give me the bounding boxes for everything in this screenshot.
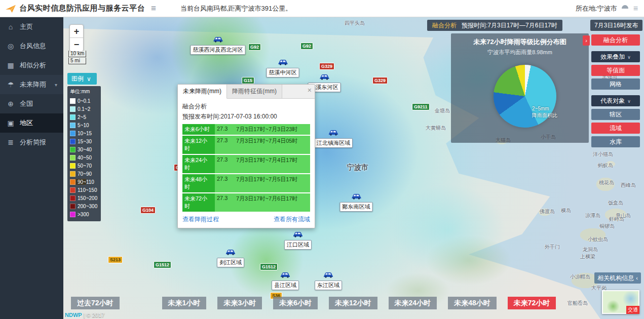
basin-marker[interactable]: 江北镇海区域	[314, 129, 353, 148]
island-label: 铜锣岛	[599, 223, 615, 230]
legend-swatch	[70, 98, 75, 104]
car-icon	[280, 271, 290, 280]
view-all-basins-link[interactable]: 查看所有流域	[274, 215, 310, 224]
legend-unit: 单位:mm	[70, 88, 98, 95]
road-badge: G92	[248, 44, 261, 51]
time-range-bar: 过去72小时未来1小时未来3小时未来6小时未来12小时未来24小时未来48小时未…	[71, 297, 556, 309]
island-label: 上横梁	[580, 253, 595, 260]
sidebar-item-national[interactable]: ⊕全国	[0, 94, 63, 113]
legend-item: 110~150	[70, 186, 98, 194]
time-button-未来3小时[interactable]: 未来3小时	[217, 297, 262, 309]
traffic-layer-tag[interactable]: 交通	[626, 306, 639, 314]
home-icon: ⌂	[6, 23, 15, 31]
legend-item: 200~300	[70, 202, 98, 210]
car-icon	[328, 129, 338, 138]
island-label: 四平头岛	[345, 20, 365, 27]
basin-marker[interactable]: 慈溪中河区	[267, 58, 299, 77]
basin-marker[interactable]: 县江区域	[272, 271, 299, 290]
chevron-left-icon: ‹	[636, 275, 638, 281]
layer-button-流域[interactable]: 流域	[591, 123, 640, 134]
map-canvas[interactable]: + − 10 km 5 mi 图例∨ 单位:mm 0~0.10.1~22~55~…	[63, 17, 644, 319]
sidebar-item-future-rain[interactable]: ☂未来降雨▾	[0, 75, 63, 94]
legend-item: 50~70	[70, 162, 98, 170]
row-period: 未来24小时	[182, 155, 215, 173]
time-button-过去72小时[interactable]: 过去72小时	[71, 297, 120, 309]
basin-marker-label: 鄞东南区域	[340, 202, 373, 212]
typhoon-info-icon: ◎	[6, 42, 15, 50]
user-icon[interactable]	[621, 5, 629, 13]
row-value: 27.3	[215, 155, 234, 173]
scale-km: 10 km	[68, 51, 86, 57]
basin-marker-label: 慈溪中河区	[267, 68, 299, 77]
similar-analysis-icon: ▦	[6, 61, 15, 69]
car-icon	[319, 73, 329, 82]
related-info-button[interactable]: 相关机构信息‹	[594, 272, 641, 284]
basin-marker[interactable]: 剡江区域	[217, 248, 244, 267]
sidebar-item-typhoon-info[interactable]: ◎台风信息	[0, 36, 63, 56]
legend-swatch	[70, 123, 75, 128]
car-icon	[278, 58, 288, 67]
time-button-未来24小时[interactable]: 未来24小时	[389, 297, 437, 309]
legend-swatch	[70, 139, 75, 144]
close-icon[interactable]: ×	[308, 86, 312, 94]
layer-button-辖区[interactable]: 辖区	[591, 109, 640, 120]
location-label: 所在地:宁波市	[576, 4, 617, 13]
analysis-mode-label: 融合分析	[432, 21, 457, 30]
zoom-out-button[interactable]: −	[70, 38, 83, 51]
legend-swatch	[70, 114, 75, 120]
tab-future-rain[interactable]: 未来降雨(mm)	[178, 85, 227, 99]
tab-rain-feature[interactable]: 降雨特征值(mm)	[227, 85, 282, 98]
row-period: 未来6小时	[182, 124, 215, 135]
road-badge: G329	[319, 63, 334, 70]
car-icon	[323, 271, 333, 280]
layer-button-水库[interactable]: 水库	[591, 136, 640, 147]
row-range: 7月3日17时~7月4日05时	[234, 136, 310, 154]
rainfall-table-row: 未来24小时27.37月3日17时~7月4日17时	[182, 155, 310, 173]
time-button-未来48小时[interactable]: 未来48小时	[448, 297, 497, 309]
basin-marker[interactable]: 鄞东南区域	[340, 192, 373, 212]
legend-toggle[interactable]: 图例∨	[67, 73, 97, 85]
basin-marker[interactable]: 东江区域	[315, 271, 342, 290]
time-button-未来72小时[interactable]: 未来72小时	[508, 297, 556, 309]
hamburger-icon[interactable]: ≡	[633, 4, 638, 13]
basin-marker-label: 慈溪西河及西北河区	[191, 45, 246, 55]
sidebar-item-region[interactable]: ▣地区	[0, 113, 63, 133]
rainfall-table-row: 未来48小时27.37月3日17时~7月5日17时	[182, 174, 310, 192]
layer-button-效果叠加[interactable]: 效果叠加∨	[591, 51, 640, 62]
basin-marker[interactable]: 慈溪西河及西北河区	[191, 35, 246, 55]
popup-source-label: 融合分析	[182, 102, 310, 111]
layer-button-代表对象[interactable]: 代表对象∨	[591, 95, 640, 106]
sidebar-item-home[interactable]: ⌂主页	[0, 17, 63, 36]
legend-swatch	[70, 171, 75, 177]
panel-collapse-handle[interactable]: ›	[583, 35, 590, 46]
legend-swatch	[70, 163, 75, 169]
rainfall-table-row: 未来72小时27.37月3日17时~7月6日17时	[182, 193, 310, 212]
time-button-未来1小时[interactable]: 未来1小时	[162, 297, 207, 309]
chevron-down-icon: ∨	[627, 99, 631, 104]
sidebar-item-similar-analysis[interactable]: ▦相似分析	[0, 56, 63, 75]
legend-swatch	[70, 195, 75, 201]
popup-issued-label: 预报发布时间:2017-07-03 16:00:00	[182, 112, 310, 121]
layer-button-融合分析[interactable]: 融合分析	[591, 34, 640, 46]
basin-marker-label: 东江区域	[315, 281, 342, 290]
menu-toggle-icon[interactable]: ≡	[151, 4, 156, 14]
island-label: 小蚊虫岛	[588, 236, 608, 243]
zoom-in-button[interactable]: +	[70, 25, 83, 38]
chevron-down-icon: ▾	[55, 82, 57, 88]
time-button-未来6小时[interactable]: 未来6小时	[273, 297, 318, 309]
legend-item: 30~40	[70, 145, 98, 153]
time-button-未来12小时[interactable]: 未来12小时	[329, 297, 377, 309]
legend-item: 10~15	[70, 129, 98, 137]
mini-map[interactable]: 交通	[602, 290, 639, 314]
layer-button-等值面[interactable]: 等值面	[591, 65, 640, 76]
view-rain-process-link[interactable]: 查看降雨过程	[182, 215, 219, 224]
sidebar-item-report[interactable]: ≣分析简报	[0, 133, 63, 152]
publish-time-label: 7月3日16时发布	[590, 20, 642, 31]
legend-swatch	[70, 179, 75, 185]
legend-item: 0.1~2	[70, 105, 98, 113]
island-label: 西峰岛	[621, 182, 636, 189]
road-badge: S213	[108, 256, 123, 263]
layer-button-网格[interactable]: 网格	[591, 78, 640, 90]
basin-marker[interactable]: 江口区域	[284, 230, 312, 250]
road-badge: G9211	[412, 103, 430, 110]
